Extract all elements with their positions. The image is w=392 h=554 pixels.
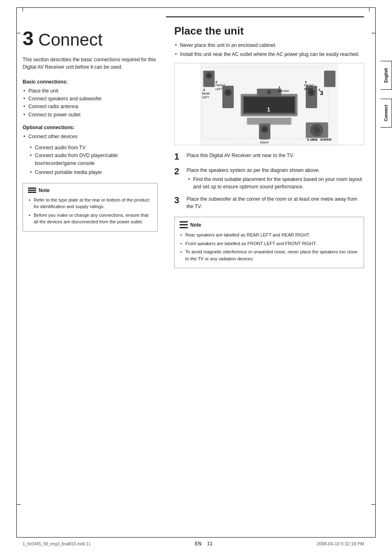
right-note-box: Note Rear speakers are labelled as REAR … — [174, 217, 364, 268]
svg-point-9 — [208, 74, 211, 77]
footer-date-info: 2008-04-10 5:32:18 PM — [316, 541, 364, 546]
step-2: 2 Place the speakers system as per the d… — [174, 167, 364, 190]
note-item: Front speakers are labelled as FRONT LEF… — [180, 240, 359, 247]
place-unit-list: Never place this unit in an enclosed cab… — [174, 42, 364, 58]
svg-point-34 — [314, 127, 320, 133]
optional-connections-sub-list: Connect audio from TV Connect audio from… — [29, 144, 158, 176]
svg-text:2: 2 — [279, 86, 281, 89]
page-border-right — [375, 7, 376, 538]
right-column: Place the unit Never place this unit in … — [166, 16, 364, 531]
section-side-tab: Connect — [380, 99, 392, 127]
svg-point-43 — [263, 127, 266, 131]
tick-mark — [16, 504, 21, 505]
page-border-bottom — [16, 537, 376, 538]
note-icon — [28, 188, 36, 193]
svg-point-25 — [310, 91, 313, 94]
svg-text:LEFT: LEFT — [215, 88, 223, 90]
list-item: Connect other devices — [23, 133, 158, 141]
speaker-diagram: 2 REAR LEFT 2 FRONT LEFT 2 CENTER — [174, 63, 364, 145]
footer: 1_htr3465_98_eng3_final815.indd 11 EN 11… — [23, 541, 364, 547]
svg-text:CENTER: CENTER — [277, 90, 289, 93]
tick-mark — [369, 7, 369, 12]
note-item: Refer to the type plate at the rear or b… — [28, 197, 152, 210]
svg-text:OOFER: OOFER — [320, 138, 332, 141]
note-box: Note Refer to the type plate at the rear… — [23, 183, 158, 232]
basic-connections-list: Place the unit Connect speakers and subw… — [23, 87, 158, 119]
section-title-text: Connect — [38, 31, 102, 49]
svg-point-15 — [226, 91, 230, 94]
note-icon — [180, 221, 188, 228]
list-item: Find the most suitable placement for the… — [187, 176, 364, 190]
intro-paragraph: This section describes the basic connect… — [23, 56, 158, 71]
list-item: Never place this unit in an enclosed cab… — [174, 42, 364, 49]
right-section-title: Place the unit — [174, 21, 364, 37]
svg-text:FRONT: FRONT — [215, 84, 226, 87]
note-list: Refer to the type plate at the rear or b… — [28, 197, 152, 225]
svg-text:REAR: REAR — [202, 92, 210, 95]
list-item: Connect to power outlet — [23, 111, 158, 119]
svg-text:LEFT: LEFT — [202, 96, 210, 99]
svg-text:2: 2 — [203, 88, 205, 92]
basic-connections-heading: Basic connections: — [23, 79, 158, 85]
step-sub-list: Find the most suitable placement for the… — [187, 176, 364, 190]
note-label: Note — [190, 222, 201, 228]
diagram-svg: 2 REAR LEFT 2 FRONT LEFT 2 CENTER — [175, 63, 364, 145]
svg-text:FRONT: FRONT — [304, 84, 314, 87]
note-header: Note — [28, 188, 152, 193]
list-item: Connect audio from DVD player/cable box/… — [29, 152, 158, 167]
list-item: Place the unit — [23, 87, 158, 95]
list-item: Connect radio antenna — [23, 103, 158, 111]
tick-mark — [371, 33, 376, 33]
section-number: 3 — [23, 29, 34, 49]
step-3: 3 Place the subwoofer at the corner of t… — [174, 195, 364, 210]
tick-mark — [23, 7, 23, 12]
page-border-left — [16, 7, 17, 538]
note-item: To avoid magnetic interference or unwant… — [180, 248, 359, 262]
svg-text:1: 1 — [267, 106, 270, 113]
footer-file-info: 1_htr3465_98_eng3_final815.indd 11 — [23, 542, 91, 546]
svg-rect-30 — [324, 71, 336, 87]
tick-mark — [371, 504, 376, 505]
step-number: 3 — [174, 195, 183, 205]
main-content: 3 Connect This section describes the bas… — [23, 16, 364, 531]
list-item: Connect audio from TV — [29, 144, 158, 152]
svg-point-20 — [267, 90, 271, 94]
optional-connections-heading: Optional connections: — [23, 125, 158, 130]
note-item: Rear speakers are labelled as REAR LEFT … — [180, 232, 359, 239]
right-note-list: Rear speakers are labelled as REAR LEFT … — [180, 232, 359, 262]
language-tab: English — [380, 61, 392, 90]
note-header: Note — [180, 221, 359, 228]
step-1: 1 Place this Digital AV Receiver unit ne… — [174, 152, 364, 162]
svg-text:2: 2 — [305, 80, 307, 84]
svg-text:3: 3 — [320, 90, 323, 96]
note-label: Note — [39, 188, 50, 193]
note-item: Before you make or change any connection… — [28, 212, 152, 225]
list-item: Connect speakers and subwoofer — [23, 95, 158, 103]
list-item: Connect portable media player — [29, 169, 158, 176]
step-number: 2 — [174, 167, 183, 176]
svg-text:2: 2 — [318, 88, 321, 92]
optional-connections-list: Connect other devices — [23, 133, 158, 141]
svg-rect-6 — [248, 118, 291, 124]
svg-text:2: 2 — [215, 80, 217, 84]
step-text-main: Place the speakers system as per the dia… — [187, 167, 364, 174]
left-column: 3 Connect This section describes the bas… — [23, 16, 166, 531]
svg-text:S: S — [307, 138, 309, 141]
section-header: 3 Connect — [23, 29, 158, 49]
svg-text:RIGHT: RIGHT — [304, 88, 313, 90]
svg-text:RIGHT: RIGHT — [260, 141, 269, 144]
page-border-top — [16, 7, 376, 8]
step-text: Place the subwoofer at the corner of the… — [187, 195, 364, 210]
tick-mark — [16, 33, 21, 33]
step-number: 1 — [174, 152, 183, 162]
list-item: Install this unit near the AC outlet whe… — [174, 51, 364, 58]
svg-text:UBW: UBW — [310, 138, 318, 141]
page-number: EN 11 — [195, 541, 212, 547]
step-content: Place the speakers system as per the dia… — [187, 167, 364, 190]
step-text: Place this Digital AV Receiver unit near… — [187, 152, 364, 159]
